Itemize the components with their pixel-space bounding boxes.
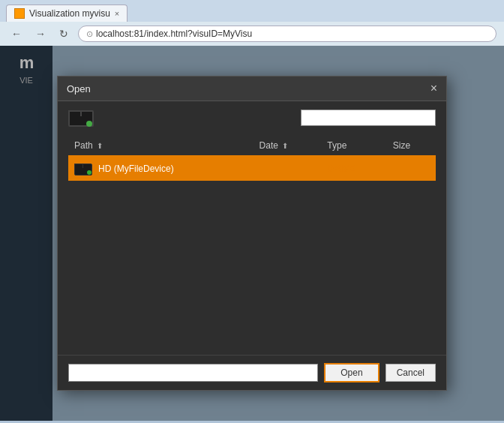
date-sort-icon[interactable]: ⬆ [282, 142, 288, 150]
modal-close-button[interactable]: × [430, 82, 437, 94]
file-size [387, 156, 436, 181]
tab-title: Visualization myvisu [29, 8, 110, 19]
folder-nav-icon[interactable] [68, 109, 92, 127]
modal-footer: Open Cancel [58, 355, 446, 390]
file-table: Path ⬆ Date ⬆ Type [68, 136, 436, 181]
col-header-type: Type [321, 136, 386, 156]
url-bar[interactable]: ⊙ localhost:81/index.html?visuID=MyVisu [78, 26, 496, 42]
lock-icon: ⊙ [86, 29, 93, 39]
address-bar: ← → ↻ ⊙ localhost:81/index.html?visuID=M… [0, 22, 504, 46]
back-button[interactable]: ← [8, 26, 26, 41]
modal-overlay: Open × [0, 46, 504, 421]
table-header-row: Path ⬆ Date ⬆ Type [68, 136, 436, 156]
folder-connected-dot [86, 121, 92, 127]
col-header-size: Size [387, 136, 436, 156]
tab-close-button[interactable]: × [115, 9, 119, 18]
file-name: HD (MyFileDevice) [98, 164, 174, 174]
col-header-path: Path ⬆ [68, 136, 254, 156]
open-dialog: Open × [57, 76, 447, 391]
open-button[interactable]: Open [324, 363, 379, 382]
reload-button[interactable]: ↻ [56, 26, 72, 41]
modal-header: Open × [58, 76, 446, 101]
col-header-date: Date ⬆ [254, 136, 322, 156]
modal-title: Open [67, 83, 91, 94]
table-row[interactable]: HD (MyFileDevice)DRIVE [68, 156, 436, 181]
search-input[interactable] [301, 110, 436, 126]
forward-button[interactable]: → [32, 26, 50, 41]
page-background: m VIE Open × [0, 46, 504, 421]
modal-body: Path ⬆ Date ⬆ Type [58, 101, 446, 355]
path-sort-icon[interactable]: ⬆ [97, 142, 103, 150]
file-list-area: Path ⬆ Date ⬆ Type [68, 136, 436, 347]
file-type: DRIVE [321, 156, 386, 181]
cancel-button[interactable]: Cancel [386, 364, 436, 382]
file-date [254, 156, 322, 181]
active-tab[interactable]: Visualization myvisu × [6, 4, 128, 22]
browser-chrome: Visualization myvisu × ← → ↻ ⊙ localhost… [0, 0, 504, 46]
tab-favicon [14, 8, 25, 19]
url-text: localhost:81/index.html?visuID=MyVisu [96, 28, 252, 39]
modal-toolbar [68, 109, 436, 127]
folder-icon [74, 162, 92, 176]
tab-bar: Visualization myvisu × [0, 0, 504, 22]
filename-input[interactable] [68, 364, 318, 382]
